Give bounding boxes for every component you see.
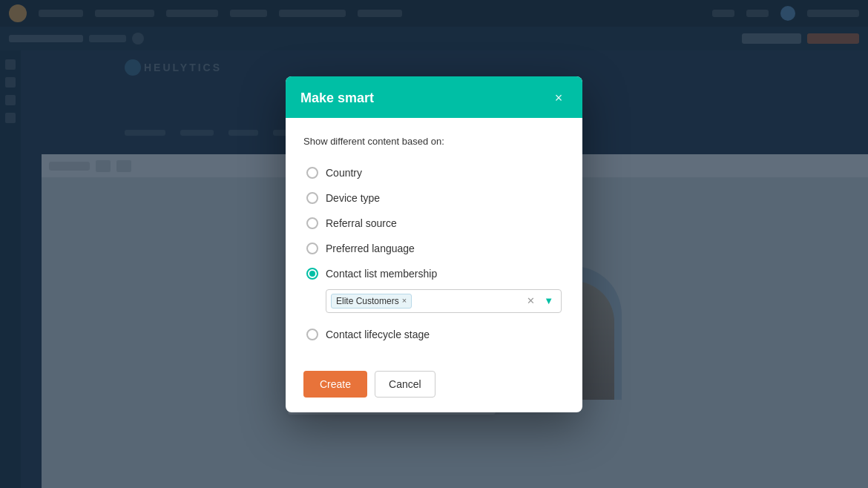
radio-item-lifecycle-stage[interactable]: Contact lifecycle stage	[303, 322, 565, 347]
make-smart-modal: Make smart × Show different content base…	[286, 76, 582, 412]
tag-elite-customers: Elite Customers ×	[331, 294, 412, 309]
tag-clear-button[interactable]: ✕	[524, 295, 538, 306]
radio-item-device-type[interactable]: Device type	[303, 185, 565, 211]
radio-item-referral-source[interactable]: Referral source	[303, 211, 565, 236]
radio-item-contact-list[interactable]: Contact list membership	[303, 261, 565, 286]
radio-circle-referral-source	[306, 217, 318, 229]
radio-circle-contact-list	[306, 268, 318, 280]
cancel-button[interactable]: Cancel	[375, 371, 435, 398]
radio-label-lifecycle-stage: Contact lifecycle stage	[326, 329, 430, 340]
tag-dropdown-button[interactable]: ▼	[541, 295, 556, 306]
modal-footer: Create Cancel	[286, 362, 582, 412]
radio-circle-device-type	[306, 192, 318, 204]
modal-body: Show different content based on: Country…	[286, 118, 582, 362]
create-button[interactable]: Create	[303, 371, 367, 398]
radio-item-country[interactable]: Country	[303, 160, 565, 185]
radio-circle-country	[306, 167, 318, 179]
radio-label-referral-source: Referral source	[326, 217, 397, 229]
radio-label-country: Country	[326, 167, 362, 179]
radio-circle-lifecycle-stage	[306, 329, 318, 340]
modal-title: Make smart	[300, 90, 374, 106]
radio-label-device-type: Device type	[326, 192, 380, 204]
radio-group: Country Device type Referral source Pref…	[303, 160, 565, 347]
tag-remove-button[interactable]: ×	[402, 297, 407, 305]
modal-header: Make smart ×	[286, 76, 582, 118]
radio-label-preferred-language: Preferred language	[326, 243, 415, 254]
tag-value: Elite Customers	[336, 296, 399, 306]
modal-overlay: Make smart × Show different content base…	[0, 0, 868, 488]
tag-input-area[interactable]: Elite Customers × ✕ ▼	[326, 289, 562, 313]
radio-item-preferred-language[interactable]: Preferred language	[303, 236, 565, 261]
radio-circle-preferred-language	[306, 243, 318, 254]
modal-subtitle: Show different content based on:	[303, 136, 565, 147]
radio-label-contact-list: Contact list membership	[326, 268, 437, 280]
modal-close-button[interactable]: ×	[550, 90, 568, 108]
